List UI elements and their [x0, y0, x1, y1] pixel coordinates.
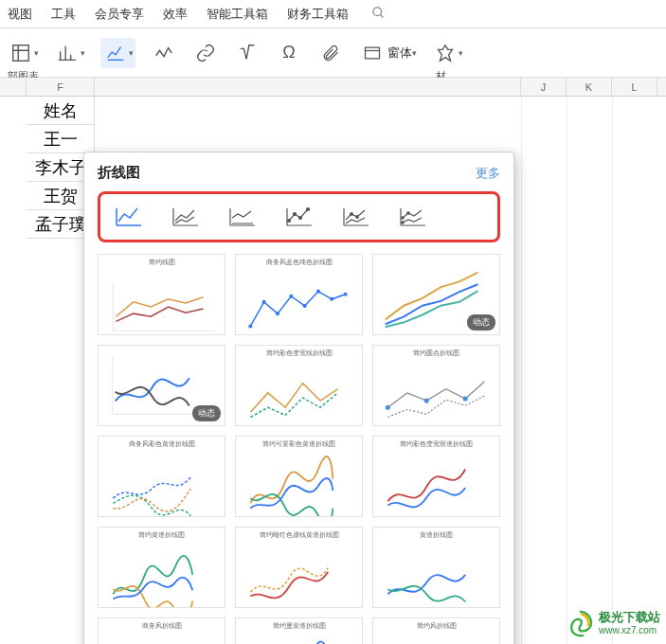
chart-thumb[interactable]: 简约可要彩色黄道折线图	[235, 436, 363, 517]
chart-thumb[interactable]: 简约重黄道折线图	[235, 617, 363, 644]
chart-thumb[interactable]: 商务风折线图	[98, 617, 225, 644]
svg-point-21	[424, 399, 429, 403]
col-J[interactable]: J	[521, 78, 567, 96]
svg-point-3	[288, 220, 291, 223]
svg-point-12	[248, 324, 252, 328]
pivot-table-button[interactable]: ▾ 部图表	[8, 40, 39, 66]
line-type-marker[interactable]	[284, 206, 315, 228]
thumb-title: 简约可要彩色黄道折线图	[236, 437, 362, 449]
svg-point-9	[402, 217, 404, 219]
chevron-down-icon: ▾	[129, 48, 134, 58]
chart-thumb[interactable]: 简约彩色变宽线折线图	[235, 345, 363, 426]
line-type-basic[interactable]	[114, 206, 144, 228]
chart-thumb[interactable]: 黄道折线图	[372, 527, 500, 608]
thumb-title: 简约风折线图	[373, 618, 499, 631]
svg-point-10	[407, 212, 409, 214]
thumb-title: 商务风蓝色纯色折线图	[236, 255, 362, 267]
more-link[interactable]: 更多	[476, 165, 500, 182]
chart-thumb[interactable]: 动态	[372, 254, 500, 335]
menu-tools[interactable]: 工具	[51, 6, 76, 23]
link-button[interactable]	[192, 40, 219, 66]
svg-point-16	[303, 304, 307, 308]
thumb-title: 简约彩色变宽留道折线图	[373, 437, 499, 449]
thumb-title: 简约线图	[99, 255, 225, 267]
thumb-title: 简约彩色变宽线折线图	[236, 346, 362, 358]
spreadsheet[interactable]: F J K L 姓名 王一 李木子 王贺 孟子璞 折线图 更多	[0, 78, 666, 644]
line-chart-button[interactable]: ▾	[100, 38, 135, 68]
chart-type-row	[98, 191, 500, 242]
window-button[interactable]: 窗体 ▾	[359, 40, 417, 66]
chart-thumb[interactable]: 简约圆点折线图	[372, 345, 500, 426]
watermark-name: 极光下载站	[599, 611, 660, 624]
cell[interactable]: 王一	[27, 125, 95, 153]
chart-thumb[interactable]: 动态	[98, 345, 225, 426]
menu-efficiency[interactable]: 效率	[163, 6, 188, 23]
watermark: 极光下载站 www.xz7.com	[565, 608, 660, 638]
chart-thumb[interactable]: 简约黄道折线图	[98, 527, 225, 608]
svg-point-5	[299, 217, 302, 220]
col-L[interactable]: L	[612, 78, 657, 96]
dropdown-title: 折线图	[98, 164, 140, 182]
svg-point-22	[463, 396, 468, 401]
chart-thumb[interactable]: 简约风折线图	[372, 617, 500, 644]
svg-point-20	[386, 405, 390, 410]
svg-point-0	[373, 7, 382, 15]
bar-chart-icon	[54, 40, 81, 66]
svg-point-13	[262, 300, 266, 304]
chart-thumb[interactable]: 简约暗红色虚线黄道折线图	[235, 527, 363, 608]
chart-thumb[interactable]: 简约彩色变宽留道折线图	[372, 436, 500, 517]
thumb-title: 简约暗红色虚线黄道折线图	[236, 528, 362, 540]
swirl-icon	[565, 608, 595, 638]
sparkline-button[interactable]	[151, 40, 177, 66]
table-icon	[8, 40, 34, 66]
search-icon[interactable]	[371, 6, 386, 23]
menubar: 视图 工具 会员专享 效率 智能工具箱 财务工具箱	[0, 0, 666, 28]
svg-point-8	[356, 216, 359, 219]
attachment-button[interactable]	[317, 40, 344, 66]
dynamic-badge: 动态	[192, 405, 221, 421]
menu-finance[interactable]: 财务工具箱	[287, 6, 349, 23]
chart-thumb[interactable]: 商务风蓝色纯色折线图	[235, 254, 363, 335]
col-F[interactable]: F	[27, 78, 95, 96]
line-chart-icon	[102, 40, 129, 66]
svg-rect-1	[13, 45, 29, 61]
line-type-multi[interactable]	[171, 206, 201, 228]
sparkline-icon	[151, 40, 177, 66]
thumb-title: 简约黄道折线图	[99, 528, 225, 540]
material-icon	[432, 40, 459, 66]
column-headers: F J K L	[0, 78, 666, 97]
chevron-down-icon: ▾	[459, 48, 463, 58]
chevron-down-icon: ▾	[34, 48, 39, 58]
thumb-title: 黄道折线图	[373, 528, 499, 540]
line-type-area[interactable]	[227, 206, 258, 228]
watermark-url: www.xz7.com	[599, 625, 660, 635]
thumb-title: 简约重黄道折线图	[236, 618, 362, 631]
col-K[interactable]: K	[567, 78, 612, 96]
chart-thumb[interactable]: 商务风彩色黄道折线图	[98, 436, 225, 517]
svg-point-17	[316, 290, 320, 294]
thumb-title: 商务风折线图	[99, 618, 225, 631]
line-type-stacked[interactable]	[398, 206, 428, 228]
svg-rect-2	[366, 47, 380, 59]
chevron-down-icon: ▾	[81, 48, 85, 58]
symbol-button[interactable]: Ω	[276, 40, 302, 66]
bar-chart-button[interactable]: ▾	[54, 40, 85, 66]
equation-button[interactable]	[234, 40, 261, 66]
svg-point-15	[289, 295, 293, 298]
window-label: 窗体	[387, 45, 412, 62]
svg-point-6	[307, 208, 310, 211]
chart-dropdown: 折线图 更多 简约线图 商务风蓝色纯色折线图 动态	[83, 152, 514, 644]
line-type-marker2[interactable]	[341, 206, 371, 228]
link-icon	[192, 40, 219, 66]
thumb-title: 商务风彩色黄道折线图	[99, 437, 225, 449]
menu-view[interactable]: 视图	[8, 6, 32, 23]
svg-point-7	[351, 213, 353, 216]
svg-point-19	[344, 293, 348, 296]
equation-icon	[234, 40, 261, 66]
svg-point-14	[276, 312, 279, 315]
cell-header[interactable]: 姓名	[27, 97, 95, 125]
menu-smart[interactable]: 智能工具箱	[207, 6, 268, 23]
chart-thumb[interactable]: 简约线图	[98, 254, 225, 335]
menu-member[interactable]: 会员专享	[95, 6, 144, 23]
material-button[interactable]: 材 ▾	[432, 40, 463, 66]
